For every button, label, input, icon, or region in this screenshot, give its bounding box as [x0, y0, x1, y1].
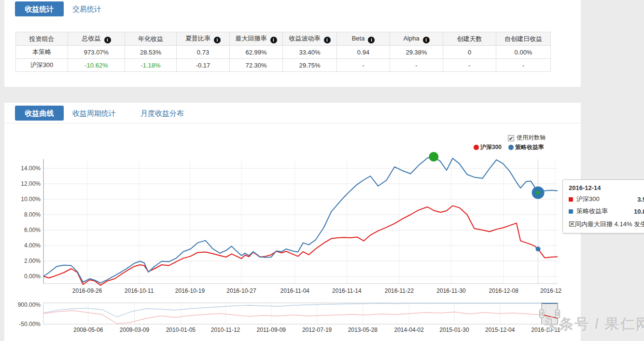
x-axis-label: 2016-11-14 [332, 287, 362, 294]
tab-income-stats[interactable]: 收益统计 [15, 1, 64, 16]
table-cell: - [496, 59, 551, 72]
tooltip-row-hs300: 沪深300 3.55% [569, 195, 644, 204]
nav-x-label: 2009-03-09 [120, 327, 150, 333]
tooltip-footer: 区间内最大回撤 4.14% 发生 [569, 220, 644, 229]
col-header: Alphai [390, 32, 443, 46]
col-header: 最大回撤率i [230, 32, 283, 46]
table-cell: 973.07% [68, 46, 125, 59]
legend-item-hs300[interactable]: 沪深300 [474, 143, 502, 151]
checkbox-checked-icon[interactable]: ✔ [508, 135, 514, 141]
table-cell: 72.30% [230, 59, 283, 72]
col-header: 总收益i [68, 32, 125, 46]
nav-x-label: 2012-07-19 [302, 327, 332, 333]
hs300-square-icon [569, 197, 573, 202]
table-cell: - [390, 59, 443, 72]
table-cell: - [443, 59, 496, 72]
y-axis-label: 6.00% [24, 227, 41, 233]
nav-y-label-min: -50.00% [19, 321, 41, 327]
col-header: 夏普比率i [177, 32, 230, 46]
tab-period-stats[interactable]: 收益周期统计 [72, 106, 116, 121]
table-cell: 28.53% [125, 46, 177, 59]
legend-item-strategy[interactable]: 策略收益率 [508, 143, 544, 151]
peak-marker[interactable] [429, 152, 438, 162]
nav-series-selected [43, 311, 558, 324]
watermark: 头条号 / 果仁网 [544, 314, 644, 334]
x-axis-label: 2016-12-08 [489, 287, 518, 294]
hs300-legend-dot-icon [474, 145, 479, 150]
col-header: Betai [337, 32, 390, 46]
nav-y-label-max: 900.00% [18, 301, 41, 308]
x-axis-label: 2016-10-11 [125, 287, 154, 294]
col-header: 自创建日收益 [496, 32, 551, 46]
y-axis-label: 0.00% [24, 273, 41, 280]
table-cell: 62.99% [230, 46, 283, 59]
table-cell: 0 [443, 46, 496, 59]
tooltip-date: 2016-12-14 [569, 184, 644, 191]
table-cell: 0.00% [496, 46, 551, 59]
hover-marker-strategy-inner [536, 191, 540, 195]
y-axis-label: 8.00% [24, 211, 41, 218]
nav-x-label: 2011-09-09 [257, 327, 286, 333]
y-axis-label: 10.00% [21, 196, 41, 203]
navigator-chart[interactable]: 900.00%-50.00%2008-05-062009-03-092010-0… [14, 298, 562, 341]
x-axis-label: 2016-11-22 [385, 287, 414, 294]
navigator-frame [43, 303, 558, 324]
tabbar-divider [4, 123, 581, 123]
strategy-square-icon [569, 209, 573, 214]
main-return-chart[interactable]: 14.00%12.00%10.00%8.00%6.00%4.00%2.00%0.… [14, 152, 562, 298]
log-axis-toggle[interactable]: ✔使用对数轴 [508, 134, 546, 142]
x-axis-label: 2016-09-26 [72, 287, 102, 294]
x-axis-label: 2016-12-16 [540, 287, 562, 294]
nav-x-label: 2013-05-28 [348, 327, 378, 333]
hover-marker-hs300[interactable] [536, 246, 541, 251]
nav-x-label: 2015-12-04 [485, 327, 515, 333]
x-axis-label: 2016-11-30 [436, 287, 466, 294]
col-header: 年化收益 [125, 32, 177, 46]
tooltip-row-strategy: 策略收益率 10.84% [569, 207, 644, 216]
nav-x-label: 2008-05-06 [73, 327, 103, 333]
strategy-legend-dot-icon [508, 145, 514, 150]
table-cell: 0.73 [177, 46, 230, 59]
tab-return-curve[interactable]: 收益曲线 [15, 106, 64, 121]
stats-panel: 收益统计 交易统计 投资组合总收益i年化收益夏普比率i最大回撤率i收益波动率iB… [4, 0, 581, 87]
nav-series-dim [43, 311, 558, 324]
table-cell: -0.17 [177, 59, 230, 72]
table-cell: - [337, 59, 390, 72]
info-icon[interactable]: i [270, 37, 277, 43]
log-axis-label: 使用对数轴 [517, 134, 546, 141]
table-cell: 29.38% [390, 46, 443, 59]
x-axis-label: 2016-10-27 [226, 287, 256, 294]
stats-table: 投资组合总收益i年化收益夏普比率i最大回撤率i收益波动率iBetaiAlphai… [15, 32, 551, 72]
info-icon[interactable]: i [104, 37, 111, 43]
table-cell: -10.62% [68, 59, 125, 72]
table-cell: 0.94 [337, 46, 390, 59]
y-axis-label: 2.00% [24, 258, 41, 264]
info-icon[interactable]: i [214, 37, 221, 43]
table-row: 沪深300-10.62%-1.18%-0.1772.30%29.75%---- [16, 59, 551, 72]
nav-x-label: 2015-01-30 [439, 327, 469, 333]
table-row: 本策略973.07%28.53%0.7362.99%33.40%0.9429.3… [16, 46, 551, 59]
tab-monthly-distribution[interactable]: 月度收益分布 [140, 106, 184, 121]
info-icon[interactable]: i [368, 37, 375, 43]
nav-series-dim [43, 303, 558, 317]
nav-series-selected [43, 303, 558, 317]
y-axis-label: 4.00% [24, 242, 41, 249]
x-axis-label: 2016-11-04 [280, 287, 310, 294]
series-line-strategy[interactable] [43, 157, 558, 283]
info-icon[interactable]: i [324, 37, 331, 43]
chart-legend: 沪深300 策略收益率 [474, 143, 544, 151]
y-axis-label: 14.00% [21, 165, 41, 172]
y-axis-label: 12.00% [21, 180, 41, 187]
table-cell: 29.75% [283, 59, 337, 72]
nav-x-label: 2014-04-02 [394, 327, 424, 333]
table-cell: -1.18% [125, 59, 177, 72]
col-header: 投资组合 [16, 32, 68, 46]
tab-trade-stats[interactable]: 交易统计 [72, 1, 101, 16]
nav-x-label: 2010-11-12 [211, 327, 240, 333]
table-cell: 沪深300 [16, 59, 68, 72]
legend-label-hs300: 沪深300 [480, 143, 502, 151]
info-icon[interactable]: i [423, 37, 430, 43]
col-header: 创建天数 [443, 32, 496, 46]
table-cell: 33.40% [283, 46, 337, 59]
legend-label-strategy: 策略收益率 [515, 143, 544, 151]
